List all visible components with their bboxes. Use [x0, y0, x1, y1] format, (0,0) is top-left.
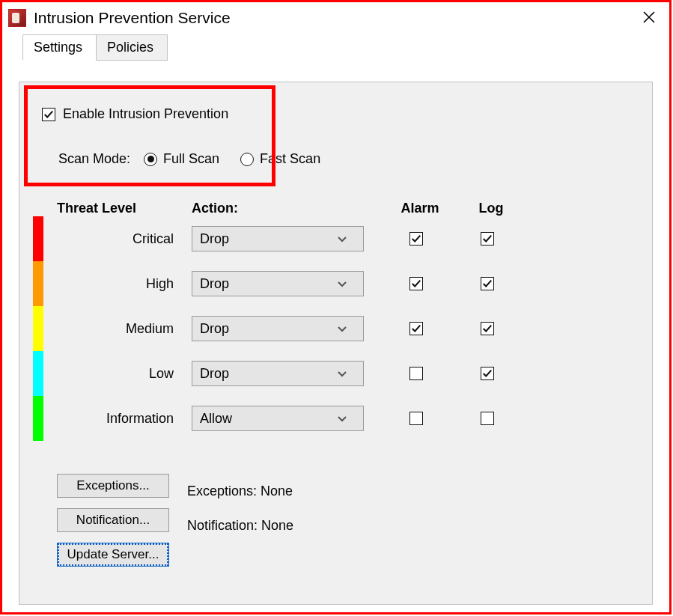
title-bar: Intrusion Prevention Service — [2, 2, 669, 34]
dropdown-value: Drop — [200, 366, 229, 382]
close-icon[interactable] — [636, 6, 662, 30]
annotation-highlight — [24, 85, 275, 186]
notification-status: Notification: None — [187, 518, 293, 534]
tab-settings[interactable]: Settings — [22, 34, 97, 61]
threat-level-label: Medium — [72, 321, 192, 337]
threat-row-information: InformationAllow — [57, 396, 540, 441]
enable-intrusion-row: Enable Intrusion Prevention — [42, 106, 228, 122]
threat-level-label: Low — [72, 366, 192, 382]
threat-level-label: Information — [72, 411, 192, 427]
action-dropdown-high[interactable]: Drop — [192, 271, 364, 296]
action-dropdown-low[interactable]: Drop — [192, 361, 364, 386]
notification-button[interactable]: Notification... — [57, 508, 169, 532]
scan-mode-full-scan[interactable]: Full Scan — [144, 151, 219, 167]
exceptions-status: Exceptions: None — [187, 484, 293, 499]
log-checkbox-information[interactable] — [481, 412, 494, 425]
scan-mode-label: Scan Mode: — [58, 151, 130, 167]
radio-icon — [240, 153, 254, 166]
header-threat-level: Threat Level — [57, 201, 192, 216]
alarm-checkbox-medium[interactable] — [409, 322, 423, 335]
button-area: Exceptions... Exceptions: None Notificat… — [57, 479, 293, 582]
radio-label: Fast Scan — [260, 151, 320, 167]
scan-mode-row: Scan Mode: Full Scan Fast Scan — [58, 151, 320, 167]
threat-level-label: High — [72, 276, 192, 292]
threat-row-low: LowDrop — [57, 351, 540, 396]
header-alarm: Alarm — [379, 201, 461, 216]
settings-panel: Enable Intrusion Prevention Scan Mode: F… — [19, 82, 653, 605]
action-dropdown-critical[interactable]: Drop — [192, 226, 364, 251]
log-checkbox-critical[interactable] — [481, 232, 494, 246]
log-checkbox-high[interactable] — [481, 277, 494, 290]
threat-color-bar — [33, 216, 43, 261]
threat-color-bar — [33, 396, 43, 441]
threat-level-label: Critical — [72, 231, 192, 247]
dropdown-value: Drop — [200, 231, 229, 247]
tab-policies[interactable]: Policies — [96, 34, 168, 61]
threat-row-high: HighDrop — [57, 261, 540, 306]
action-dropdown-medium[interactable]: Drop — [192, 316, 364, 341]
threat-color-bar — [33, 351, 43, 396]
scan-mode-fast-scan[interactable]: Fast Scan — [240, 151, 320, 167]
alarm-checkbox-high[interactable] — [409, 277, 423, 290]
enable-intrusion-label: Enable Intrusion Prevention — [63, 106, 228, 122]
radio-icon — [144, 153, 157, 166]
enable-intrusion-checkbox[interactable] — [42, 108, 55, 121]
threat-color-bar — [33, 306, 43, 351]
threat-row-critical: CriticalDrop — [57, 216, 540, 261]
alarm-checkbox-low[interactable] — [409, 367, 423, 380]
log-checkbox-medium[interactable] — [481, 322, 494, 335]
window-frame: Intrusion Prevention Service Settings Po… — [0, 0, 672, 615]
dropdown-value: Drop — [200, 321, 229, 337]
action-dropdown-information[interactable]: Allow — [192, 406, 364, 431]
tab-bar: Settings Policies — [22, 34, 168, 61]
window-title: Intrusion Prevention Service — [34, 9, 231, 27]
app-icon — [8, 9, 26, 27]
header-action: Action: — [192, 201, 379, 216]
exceptions-button[interactable]: Exceptions... — [57, 474, 169, 498]
threat-color-bar — [33, 261, 43, 306]
log-checkbox-low[interactable] — [481, 367, 494, 380]
threat-table: Threat Level Action: Alarm Log CriticalD… — [57, 201, 540, 441]
header-log: Log — [461, 201, 521, 216]
dropdown-value: Drop — [200, 276, 229, 292]
update-server-button[interactable]: Update Server... — [57, 543, 169, 567]
threat-row-medium: MediumDrop — [57, 306, 540, 351]
alarm-checkbox-critical[interactable] — [409, 232, 423, 246]
dropdown-value: Allow — [200, 411, 232, 427]
threat-table-header: Threat Level Action: Alarm Log — [57, 201, 540, 216]
radio-label: Full Scan — [163, 151, 219, 167]
alarm-checkbox-information[interactable] — [409, 412, 423, 425]
